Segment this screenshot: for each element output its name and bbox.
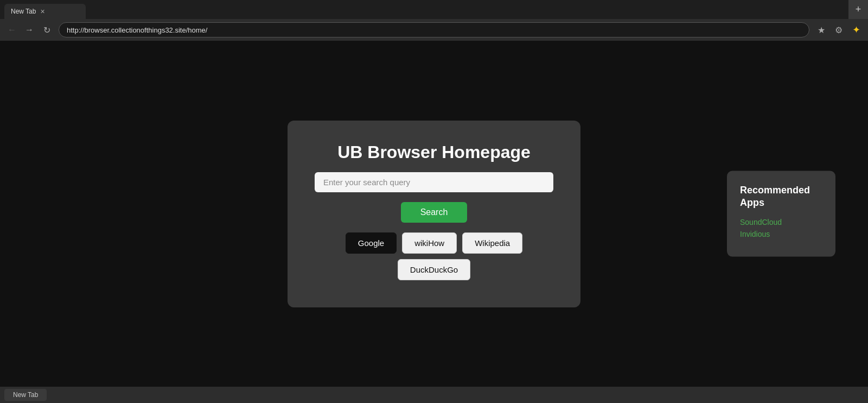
recommended-soundcloud[interactable]: SoundCloud [740, 218, 822, 226]
forward-button[interactable]: → [22, 22, 37, 37]
tab-close-button[interactable]: × [40, 8, 44, 15]
recommended-invidious[interactable]: Invidious [740, 230, 822, 238]
active-tab[interactable]: New Tab × [4, 4, 86, 19]
address-bar-wrapper [59, 22, 809, 37]
browser-chrome: New Tab × + ← → ↻ ★ ⚙ ✦ [0, 0, 868, 41]
shortcut-google[interactable]: Google [346, 232, 397, 254]
search-button[interactable]: Search [401, 202, 468, 223]
tab-bar: New Tab × + [0, 0, 868, 19]
bottom-bar: New Tab [0, 387, 868, 403]
shortcut-duckduckgo[interactable]: DuckDuckGo [398, 259, 470, 280]
recommended-panel: Recommended Apps SoundCloud Invidious [727, 171, 835, 257]
sun-button[interactable]: ✦ [848, 22, 864, 37]
new-tab-button[interactable]: + [848, 0, 868, 19]
homepage-title: UB Browser Homepage [337, 142, 531, 162]
bottom-tab: New Tab [4, 389, 47, 401]
reload-button[interactable]: ↻ [39, 22, 54, 37]
toolbar-right: ★ ⚙ ✦ [814, 22, 864, 37]
tab-title: New Tab [11, 8, 36, 15]
settings-button[interactable]: ⚙ [831, 22, 846, 37]
homepage-card: UB Browser Homepage Search Google wikiHo… [288, 121, 580, 307]
page-content: UB Browser Homepage Search Google wikiHo… [0, 41, 868, 387]
bookmark-button[interactable]: ★ [814, 22, 829, 37]
shortcut-wikihow[interactable]: wikiHow [402, 232, 457, 254]
recommended-title: Recommended Apps [740, 184, 822, 209]
shortcut-wikipedia[interactable]: Wikipedia [462, 232, 522, 254]
bottom-tab-label: New Tab [13, 391, 38, 399]
address-bar[interactable] [59, 22, 809, 37]
shortcut-buttons: Google wikiHow Wikipedia DuckDuckGo [315, 232, 553, 280]
toolbar: ← → ↻ ★ ⚙ ✦ [0, 19, 868, 41]
search-input[interactable] [315, 172, 553, 192]
back-button[interactable]: ← [4, 22, 20, 37]
